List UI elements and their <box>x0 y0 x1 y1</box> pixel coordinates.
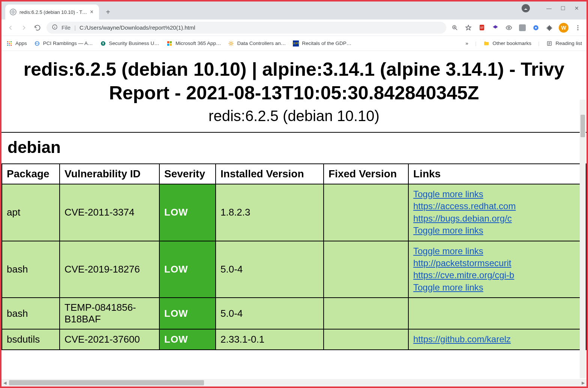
browser-tab[interactable]: redis:6.2.5 (debian 10.10) - Trivy R × <box>5 4 99 19</box>
cell-package: apt <box>2 184 60 241</box>
svg-rect-15 <box>7 45 8 46</box>
table-row: bsdutilsCVE-2021-37600LOW2.33.1-0.1https… <box>2 329 586 349</box>
star-icon[interactable] <box>464 24 472 32</box>
svg-point-3 <box>508 27 510 28</box>
scroll-right-icon[interactable]: ▶ <box>580 381 586 385</box>
vuln-link[interactable]: https://bugs.debian.org/c <box>413 213 581 225</box>
reading-list[interactable]: Reading list <box>546 40 582 47</box>
bookmark-favicon-icon <box>100 40 106 47</box>
scrollbar-thumb[interactable] <box>580 115 585 137</box>
svg-rect-12 <box>7 43 8 44</box>
zoom-icon[interactable] <box>451 24 459 32</box>
toggle-links[interactable]: Toggle more links <box>413 245 581 257</box>
extension-3-icon[interactable] <box>518 24 526 32</box>
svg-rect-17 <box>10 45 12 46</box>
maximize-button[interactable]: ☐ <box>561 5 566 11</box>
cell-vuln-id: CVE-2021-37600 <box>60 329 159 349</box>
profile-badge-icon[interactable] <box>522 4 530 12</box>
col-header-fixed: Fixed Version <box>324 164 408 184</box>
cell-installed: 5.0-4 <box>216 298 324 329</box>
col-header-links: Links <box>408 164 586 184</box>
scroll-left-icon[interactable]: ◀ <box>2 381 8 385</box>
vulnerability-table: Package Vulnerability ID Severity Instal… <box>2 163 586 350</box>
toggle-links[interactable]: Toggle more links <box>413 225 581 237</box>
horizontal-scrollbar[interactable]: ◀ ▶ <box>2 379 586 387</box>
other-bookmarks[interactable]: Other bookmarks <box>483 40 531 47</box>
cell-package: bsdutils <box>2 329 60 349</box>
bookmark-item[interactable]: Microsoft 365 App… <box>166 40 221 47</box>
svg-rect-16 <box>9 45 10 46</box>
col-header-installed: Installed Version <box>216 164 324 184</box>
bookmarks-overflow[interactable]: » <box>465 40 468 46</box>
apps-grid-icon <box>6 40 13 47</box>
cell-installed: 5.0-4 <box>216 241 324 298</box>
page-viewport: redis:6.2.5 (debian 10.10) | alpine:3.14… <box>2 51 586 387</box>
vuln-link[interactable]: https://cve.mitre.org/cgi-b <box>413 269 581 281</box>
vuln-link[interactable]: http://packetstormsecurit <box>413 257 581 269</box>
cell-vuln-id: CVE-2019-18276 <box>60 241 159 298</box>
svg-point-6 <box>578 25 579 26</box>
svg-rect-10 <box>9 41 10 42</box>
cell-links: https://github.com/karelz <box>408 329 586 349</box>
toggle-links[interactable]: Toggle more links <box>413 282 581 294</box>
svg-rect-9 <box>7 41 8 42</box>
apps-button[interactable]: Apps <box>6 40 27 47</box>
vuln-link[interactable]: https://access.redhat.com <box>413 200 581 212</box>
bookmark-item[interactable]: GDPR Recitals of the GDP… <box>292 40 351 47</box>
bookmark-item[interactable]: PCI PCI Ramblings — A… <box>34 40 93 47</box>
report-title: redis:6.2.5 (debian 10.10) | alpine:3.14… <box>4 58 584 105</box>
bookmark-item[interactable]: Security Business U… <box>100 40 159 47</box>
extension-4-icon[interactable] <box>532 24 540 32</box>
back-button[interactable] <box>6 23 15 32</box>
bookmark-item[interactable]: Data Controllers an… <box>228 40 286 47</box>
url-box[interactable]: File | C:/Users/wayne/Downloads/report%2… <box>46 22 446 34</box>
cell-fixed <box>324 329 408 349</box>
reload-button[interactable] <box>33 23 42 32</box>
scrollbar-thumb[interactable] <box>9 380 204 385</box>
tab-close-icon[interactable]: × <box>90 9 93 15</box>
page-scroll[interactable]: redis:6.2.5 (debian 10.10) | alpine:3.14… <box>2 51 586 387</box>
col-header-package: Package <box>2 164 60 184</box>
vertical-scrollbar[interactable] <box>580 100 586 378</box>
table-row: aptCVE-2011-3374LOW1.8.2.3Toggle more li… <box>2 184 586 241</box>
table-row: bashTEMP-0841856-B18BAFLOW5.0-4 <box>2 298 586 329</box>
cell-severity: LOW <box>159 241 216 298</box>
minimize-button[interactable]: — <box>546 5 552 11</box>
new-tab-button[interactable]: + <box>102 6 114 18</box>
table-row: bashCVE-2019-18276LOW5.0-4Toggle more li… <box>2 241 586 298</box>
cell-links: Toggle more linkshttp://packetstormsecur… <box>408 241 586 298</box>
forward-button[interactable] <box>20 23 28 32</box>
bookmarks-bar: Apps PCI PCI Ramblings — A… Security Bus… <box>2 36 586 51</box>
svg-point-25 <box>230 42 232 44</box>
extension-1-icon[interactable]: 17 <box>478 24 486 32</box>
reading-list-icon <box>546 40 553 47</box>
svg-rect-23 <box>167 43 169 45</box>
avatar[interactable]: W <box>559 23 568 33</box>
vuln-link[interactable]: https://github.com/karelz <box>413 333 581 345</box>
toggle-links[interactable]: Toggle more links <box>413 188 581 200</box>
cell-vuln-id: TEMP-0841856-B18BAF <box>60 298 159 329</box>
url-scheme: File <box>62 24 70 31</box>
svg-rect-14 <box>10 43 12 44</box>
extension-2-icon[interactable] <box>491 24 500 32</box>
svg-rect-21 <box>167 41 169 43</box>
svg-rect-22 <box>170 41 172 43</box>
cell-vuln-id: CVE-2011-3374 <box>60 184 159 241</box>
extensions-menu-icon[interactable] <box>545 24 554 32</box>
info-icon[interactable] <box>52 24 58 31</box>
window-controls: — ☐ ✕ <box>522 1 586 19</box>
eye-icon[interactable] <box>505 24 513 32</box>
globe-icon <box>10 9 16 15</box>
svg-point-7 <box>578 27 579 28</box>
cell-installed: 1.8.2.3 <box>216 184 324 241</box>
svg-rect-13 <box>9 43 10 44</box>
svg-rect-24 <box>170 43 172 45</box>
cell-fixed <box>324 298 408 329</box>
close-window-button[interactable]: ✕ <box>574 5 579 11</box>
cell-fixed <box>324 241 408 298</box>
tab-title: redis:6.2.5 (debian 10.10) - Trivy R <box>20 9 87 15</box>
url-path: C:/Users/wayne/Downloads/report%20(1).ht… <box>80 24 195 31</box>
kebab-menu-icon[interactable] <box>574 24 582 32</box>
svg-point-8 <box>578 29 579 30</box>
section-heading: debian <box>2 133 586 163</box>
